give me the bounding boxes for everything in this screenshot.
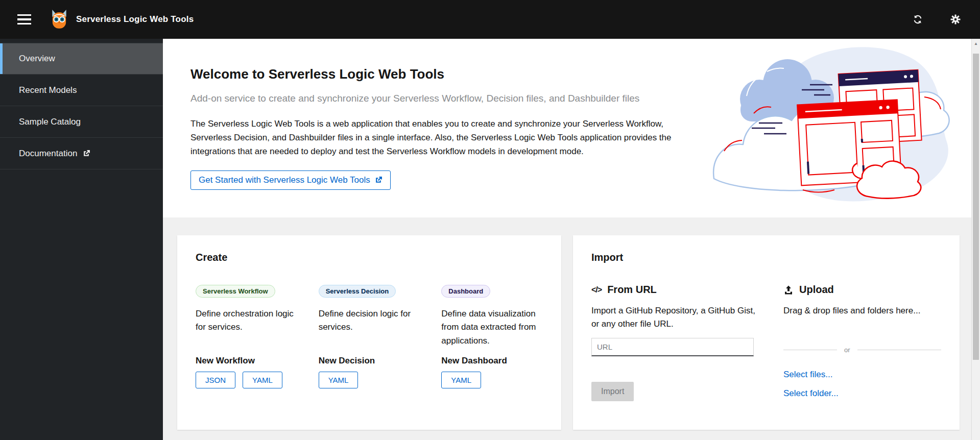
import-upload-column: Upload Drag & drop files and folders her… — [783, 284, 941, 401]
scroll-up-arrow-icon[interactable]: ▲ — [972, 39, 980, 48]
serverless-workflow-badge: Serverless Workflow — [196, 285, 275, 298]
get-started-label: Get Started with Serverless Logic Web To… — [199, 175, 370, 185]
sidebar-item-recent-models[interactable]: Recent Models — [0, 75, 163, 106]
external-link-icon — [375, 176, 383, 184]
create-column-workflow: Serverless Workflow Define orchestration… — [196, 285, 297, 388]
import-button[interactable]: Import — [591, 382, 634, 401]
new-workflow-heading: New Workflow — [196, 356, 255, 366]
upload-icon — [783, 285, 794, 295]
url-input[interactable] — [591, 338, 754, 356]
dashboard-badge: Dashboard — [441, 285, 490, 298]
new-workflow-json-button[interactable]: JSON — [196, 372, 235, 388]
new-decision-yaml-button[interactable]: YAML — [319, 372, 358, 388]
sidebar-nav: Overview Recent Models Sample Catalog Do… — [0, 39, 163, 440]
divider-line — [783, 350, 837, 350]
main-content: Welcome to Serverless Logic Web Tools Ad… — [163, 39, 980, 440]
dashboard-description: Define data visualization from data extr… — [441, 307, 541, 356]
upload-label: Upload — [799, 284, 834, 296]
from-url-description: Import a GitHub Repository, a GitHub Gis… — [591, 304, 760, 330]
new-dashboard-heading: New Dashboard — [441, 356, 507, 366]
from-url-label: From URL — [607, 284, 657, 296]
sidebar-item-label: Recent Models — [19, 85, 77, 95]
select-folder-link[interactable]: Select folder... — [783, 388, 941, 399]
sidebar-item-sample-catalog[interactable]: Sample Catalog — [0, 106, 163, 138]
masthead: Serverless Logic Web Tools — [0, 0, 980, 39]
masthead-actions — [911, 12, 963, 27]
cards-section: Create Serverless Workflow Define orches… — [163, 217, 980, 440]
page-subtitle: Add-on service to create and synchronize… — [190, 93, 683, 104]
page-body: Overview Recent Models Sample Catalog Do… — [0, 39, 980, 440]
vertical-scrollbar[interactable]: ▲ — [971, 39, 980, 440]
or-divider: or — [783, 346, 941, 354]
sync-icon[interactable] — [911, 12, 925, 27]
new-dashboard-yaml-button[interactable]: YAML — [441, 372, 481, 388]
divider-or-label: or — [844, 346, 850, 354]
select-files-link[interactable]: Select files... — [783, 370, 941, 380]
from-url-heading: </> From URL — [591, 284, 760, 296]
hamburger-icon — [17, 14, 31, 16]
sidebar-item-label: Documentation — [19, 149, 77, 159]
welcome-description: The Serverless Logic Web Tools is a web … — [190, 117, 680, 159]
welcome-section: Welcome to Serverless Logic Web Tools Ad… — [163, 39, 980, 217]
workflow-description: Define orchestration logic for services. — [196, 307, 295, 356]
external-link-icon — [83, 150, 90, 157]
page-title: Welcome to Serverless Logic Web Tools — [190, 66, 683, 82]
upload-description: Drag & drop files and folders here... — [783, 304, 941, 317]
import-card-title: Import — [591, 252, 941, 263]
create-card-title: Create — [196, 252, 543, 263]
create-card: Create Serverless Workflow Define orches… — [177, 235, 561, 430]
new-decision-heading: New Decision — [319, 356, 375, 366]
nav-toggle-button[interactable] — [11, 9, 37, 30]
sidebar-item-label: Overview — [19, 54, 55, 64]
sidebar-item-overview[interactable]: Overview — [0, 43, 163, 75]
upload-heading: Upload — [783, 284, 941, 296]
create-column-decision: Serverless Decision Define decision logi… — [319, 285, 420, 388]
scrollbar-thumb[interactable] — [973, 54, 979, 360]
new-workflow-yaml-button[interactable]: YAML — [243, 372, 282, 388]
sidebar-item-documentation[interactable]: Documentation — [0, 138, 163, 169]
decision-description: Define decision logic for services. — [319, 307, 418, 356]
brand: Serverless Logic Web Tools — [49, 9, 194, 30]
code-icon: </> — [591, 285, 602, 295]
owl-logo-icon — [49, 9, 70, 30]
import-card: Import </> From URL Import a GitHub Repo… — [573, 235, 960, 430]
import-from-url-column: </> From URL Import a GitHub Repository,… — [591, 284, 760, 401]
settings-gear-icon[interactable] — [948, 12, 963, 27]
divider-line — [857, 350, 941, 350]
welcome-illustration — [710, 45, 965, 207]
app-title: Serverless Logic Web Tools — [76, 14, 194, 25]
create-column-dashboard: Dashboard Define data visualization from… — [441, 285, 543, 388]
sidebar-item-label: Sample Catalog — [19, 117, 81, 127]
get-started-button[interactable]: Get Started with Serverless Logic Web To… — [190, 170, 391, 190]
serverless-decision-badge: Serverless Decision — [319, 285, 396, 298]
